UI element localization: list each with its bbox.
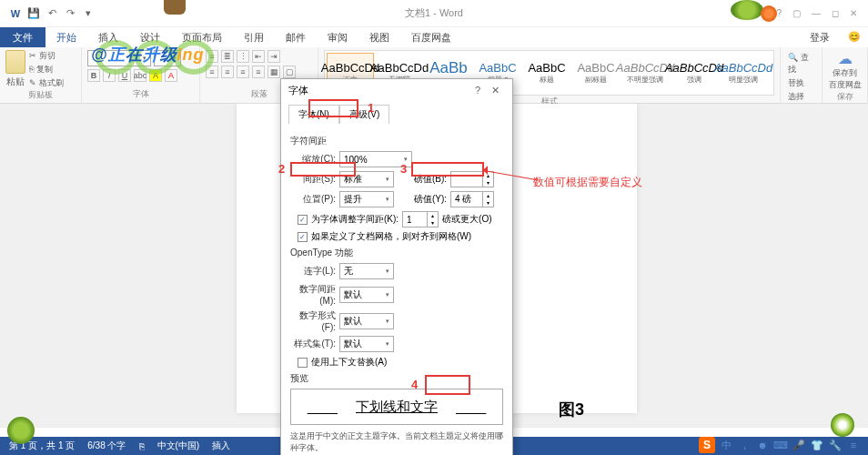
system-tray: S 中 ， ☻ ⌨ 🎤 👕 🔧 ≡ [699,437,861,453]
spacing-pt-label: 磅值(B): [414,173,447,186]
select-button[interactable]: 选择 [788,91,814,103]
replace-button[interactable]: 替换 [788,77,814,89]
font-dialog: 字体 ? ✕ 字体(N) 高级(V) 字符间距 缩放(C): 100%▾ 间距(… [280,78,513,455]
decor-bottom-left-leaf [7,417,35,444]
annotation-label-3: 3 [400,162,407,176]
style-intense-emphasis[interactable]: AaBbCcDd明显强调 [720,53,767,93]
format-painter-button[interactable]: ✎ 格式刷 [29,77,64,89]
maximize-icon[interactable]: ◻ [832,8,839,18]
tray-voice-icon[interactable]: 🎤 [792,438,806,452]
tray-skin-icon[interactable]: 👕 [810,438,824,452]
dialog-help-icon[interactable]: ? [469,85,486,96]
tab-review[interactable]: 审阅 [317,27,358,47]
snap-checkbox[interactable]: ✓ [298,232,308,242]
kerning-after-label: 磅或更大(O) [442,213,491,226]
save-baidu-button[interactable]: ☁ 保存到 百度网盘 [828,50,862,91]
spacing-label: 间距(S): [290,173,336,186]
undo-icon[interactable]: ↶ [45,7,58,20]
notification-icon[interactable]: 😊 [841,27,868,47]
help-icon[interactable]: ? [776,8,782,18]
word-count[interactable]: 6/38 个字 [87,440,126,452]
redo-icon[interactable]: ↷ [64,7,76,20]
tab-view[interactable]: 视图 [358,27,400,47]
find-button[interactable]: 🔍 查找 [788,52,814,76]
decor-bottom-right-leaf [831,413,854,437]
tab-references[interactable]: 引用 [233,27,275,47]
ligatures-label: 连字(L): [290,265,336,278]
ctxalt-checkbox[interactable] [298,358,308,368]
clipboard-group: 粘贴 ✂ 剪切 ⎘ 复制 ✎ 格式刷 剪贴板 [0,47,82,103]
clipboard-label: 剪贴板 [5,89,76,101]
paste-label: 粘贴 [6,76,25,88]
indent-dec-icon[interactable]: ⇤ [252,50,265,63]
ribbon-display-icon[interactable]: ▢ [792,8,801,18]
spacing-select[interactable]: 标准▾ [339,171,394,187]
numbering-icon[interactable]: ≣ [221,50,234,63]
sogou-ime-icon[interactable]: S [699,437,715,453]
annotation-label-4: 4 [411,378,418,391]
style-subtle-emphasis[interactable]: AaBbCcDd不明显强调 [621,53,669,93]
ime-zh-icon[interactable]: 中 [719,438,733,452]
indent-inc-icon[interactable]: ⇥ [267,50,280,63]
dialog-close-icon[interactable]: ✕ [486,85,505,96]
annotation-arrowhead [479,166,488,175]
tray-more-icon[interactable]: ≡ [846,438,861,452]
numspacing-label: 数字间距(M): [290,283,336,306]
dialog-tabs: 字体(N) 高级(V) [281,101,512,124]
dialog-titlebar[interactable]: 字体 ? ✕ [281,79,512,101]
ligatures-select[interactable]: 无▾ [339,263,394,279]
tray-emoji-icon[interactable]: ☻ [755,438,770,452]
preview-text: 下划线和文字 [356,399,438,416]
tab-mailings[interactable]: 邮件 [275,27,317,47]
tray-tool-icon[interactable]: 🔧 [828,438,843,452]
close-icon[interactable]: ✕ [850,8,857,18]
position-select[interactable]: 提升▾ [339,191,394,207]
numforms-select[interactable]: 默认▾ [339,313,394,329]
stylesets-select[interactable]: 默认▾ [339,336,394,352]
paste-button[interactable]: 粘贴 [5,50,25,89]
login-link[interactable]: 登录 [799,27,841,47]
tray-punct-icon[interactable]: ， [737,438,752,452]
watermark: @正在升级ing [91,44,205,66]
position-label: 位置(P): [290,193,336,206]
qat-dropdown-icon[interactable]: ▾ [82,7,95,20]
tab-font[interactable]: 字体(N) [288,105,339,124]
minimize-icon[interactable]: — [812,8,821,18]
kerning-label: 为字体调整字间距(K): [311,213,399,226]
kerning-checkbox[interactable]: ✓ [298,215,308,225]
cut-button[interactable]: ✂ 剪切 [29,50,64,62]
style-subtitle[interactable]: AaBbC副标题 [572,53,620,93]
tray-keyboard-icon[interactable]: ⌨ [773,438,788,452]
preview-box: 下划线和文字 [290,389,503,425]
spellcheck-icon[interactable]: ⎘ [139,441,145,451]
opentype-section: OpenType 功能 [290,247,503,259]
preview-description: 这是用于中文的正文主题字体。当前文档主题定义将使用哪种字体。 [290,430,503,454]
preview-section: 预览 [290,372,503,385]
scale-label: 缩放(C): [290,153,336,166]
editing-group: 🔍 查找 替换 选择 编辑 [781,47,823,103]
font-label: 字体 [87,88,194,100]
position-pt-spinner[interactable]: 4 磅▴▾ [450,191,494,207]
char-spacing-section: 字符间距 [290,135,503,147]
copy-button[interactable]: ⎘ 复制 [29,64,64,76]
tab-advanced[interactable]: 高级(V) [339,105,389,124]
tab-baidu[interactable]: 百度网盘 [400,27,462,47]
language-status[interactable]: 中文(中国) [157,440,200,452]
kerning-spinner[interactable]: 1▴▾ [402,211,439,228]
multilevel-icon[interactable]: ⋮ [237,50,249,63]
align-center-icon[interactable]: ≡ [221,66,234,78]
tab-home[interactable]: 开始 [45,27,87,47]
annotation-note: 数值可根据需要自定义 [533,175,642,190]
align-right-icon[interactable]: ≡ [237,66,249,78]
justify-icon[interactable]: ≡ [252,66,265,78]
ctxalt-label: 使用上下文替换(A) [311,356,387,369]
style-emphasis[interactable]: AaBbCcDd强调 [671,53,718,93]
save-icon[interactable]: 💾 [27,7,40,20]
bold-icon[interactable]: B [87,69,100,82]
shading-icon[interactable]: ▦ [267,66,280,78]
style-title[interactable]: AaBbC标题 [523,53,570,93]
numspacing-select[interactable]: 默认▾ [339,287,394,303]
borders-icon[interactable]: ▢ [283,66,296,78]
insert-mode[interactable]: 插入 [212,440,230,452]
file-tab[interactable]: 文件 [0,27,45,47]
